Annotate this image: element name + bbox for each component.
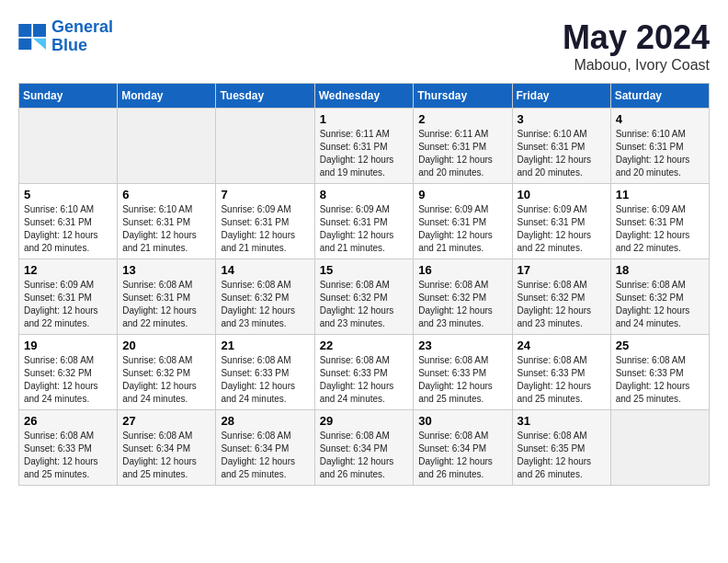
weekday-header: Monday [118, 84, 216, 109]
calendar-cell: 27Sunrise: 6:08 AMSunset: 6:34 PMDayligh… [118, 410, 216, 486]
calendar-cell [610, 410, 709, 486]
calendar-week-row: 19Sunrise: 6:08 AMSunset: 6:32 PMDayligh… [19, 335, 710, 410]
calendar-week-row: 12Sunrise: 6:09 AMSunset: 6:31 PMDayligh… [19, 259, 710, 335]
day-number: 15 [320, 263, 409, 277]
day-number: 10 [518, 188, 606, 201]
weekday-header: Tuesday [216, 84, 314, 109]
day-number: 7 [221, 188, 309, 201]
day-info: Sunrise: 6:08 AMSunset: 6:33 PMDaylight:… [518, 354, 606, 406]
day-info: Sunrise: 6:09 AMSunset: 6:31 PMDaylight:… [616, 203, 704, 255]
calendar-cell: 11Sunrise: 6:09 AMSunset: 6:31 PMDayligh… [610, 184, 709, 259]
day-number: 25 [616, 339, 704, 352]
day-info: Sunrise: 6:09 AMSunset: 6:31 PMDaylight:… [24, 279, 112, 330]
day-number: 1 [320, 112, 409, 126]
logo: General Blue [18, 18, 113, 55]
calendar-week-row: 1Sunrise: 6:11 AMSunset: 6:31 PMDaylight… [19, 109, 710, 184]
calendar-cell [118, 109, 216, 184]
svg-rect-1 [33, 24, 46, 37]
calendar-cell: 16Sunrise: 6:08 AMSunset: 6:32 PMDayligh… [414, 259, 512, 335]
day-number: 18 [616, 263, 704, 277]
day-info: Sunrise: 6:11 AMSunset: 6:31 PMDaylight:… [418, 128, 506, 179]
calendar-cell: 4Sunrise: 6:10 AMSunset: 6:31 PMDaylight… [610, 109, 709, 184]
calendar-week-row: 26Sunrise: 6:08 AMSunset: 6:33 PMDayligh… [19, 410, 710, 486]
title-section: May 2024 Mabouo, Ivory Coast [563, 18, 710, 74]
calendar-cell: 3Sunrise: 6:10 AMSunset: 6:31 PMDaylight… [512, 109, 610, 184]
day-number: 11 [616, 188, 704, 201]
day-info: Sunrise: 6:10 AMSunset: 6:31 PMDaylight:… [616, 128, 704, 179]
calendar-cell: 10Sunrise: 6:09 AMSunset: 6:31 PMDayligh… [512, 184, 610, 259]
day-number: 23 [418, 339, 506, 352]
day-number: 26 [24, 414, 112, 428]
day-number: 14 [221, 263, 309, 277]
calendar-cell: 19Sunrise: 6:08 AMSunset: 6:32 PMDayligh… [19, 335, 118, 410]
weekday-header-row: SundayMondayTuesdayWednesdayThursdayFrid… [19, 84, 710, 109]
calendar-cell [216, 109, 314, 184]
calendar-cell: 23Sunrise: 6:08 AMSunset: 6:33 PMDayligh… [414, 335, 512, 410]
day-info: Sunrise: 6:09 AMSunset: 6:31 PMDaylight:… [418, 203, 506, 255]
day-info: Sunrise: 6:11 AMSunset: 6:31 PMDaylight:… [320, 128, 409, 179]
day-info: Sunrise: 6:08 AMSunset: 6:34 PMDaylight:… [320, 430, 409, 481]
day-info: Sunrise: 6:09 AMSunset: 6:31 PMDaylight:… [518, 203, 606, 255]
calendar-table: SundayMondayTuesdayWednesdayThursdayFrid… [18, 83, 710, 486]
day-info: Sunrise: 6:08 AMSunset: 6:32 PMDaylight:… [418, 279, 506, 330]
svg-rect-0 [18, 24, 31, 37]
day-info: Sunrise: 6:08 AMSunset: 6:32 PMDaylight:… [122, 354, 210, 406]
calendar-cell: 6Sunrise: 6:10 AMSunset: 6:31 PMDaylight… [118, 184, 216, 259]
day-info: Sunrise: 6:09 AMSunset: 6:31 PMDaylight:… [320, 203, 409, 255]
day-info: Sunrise: 6:08 AMSunset: 6:33 PMDaylight:… [221, 354, 309, 406]
day-number: 17 [518, 263, 606, 277]
location-subtitle: Mabouo, Ivory Coast [563, 57, 710, 74]
calendar-cell: 7Sunrise: 6:09 AMSunset: 6:31 PMDaylight… [216, 184, 314, 259]
calendar-cell: 31Sunrise: 6:08 AMSunset: 6:35 PMDayligh… [512, 410, 610, 486]
weekday-header: Sunday [19, 84, 118, 109]
calendar-cell: 20Sunrise: 6:08 AMSunset: 6:32 PMDayligh… [118, 335, 216, 410]
calendar-cell: 5Sunrise: 6:10 AMSunset: 6:31 PMDaylight… [19, 184, 118, 259]
calendar-cell: 18Sunrise: 6:08 AMSunset: 6:32 PMDayligh… [610, 259, 709, 335]
day-number: 28 [221, 414, 309, 428]
day-info: Sunrise: 6:09 AMSunset: 6:31 PMDaylight:… [221, 203, 309, 255]
day-number: 24 [518, 339, 606, 352]
day-number: 29 [320, 414, 409, 428]
day-info: Sunrise: 6:08 AMSunset: 6:31 PMDaylight:… [122, 279, 210, 330]
day-info: Sunrise: 6:10 AMSunset: 6:31 PMDaylight:… [122, 203, 210, 255]
day-number: 3 [518, 112, 606, 126]
calendar-cell: 28Sunrise: 6:08 AMSunset: 6:34 PMDayligh… [216, 410, 314, 486]
day-number: 9 [418, 188, 506, 201]
calendar-cell: 9Sunrise: 6:09 AMSunset: 6:31 PMDaylight… [414, 184, 512, 259]
calendar-cell: 2Sunrise: 6:11 AMSunset: 6:31 PMDaylight… [414, 109, 512, 184]
calendar-cell: 8Sunrise: 6:09 AMSunset: 6:31 PMDaylight… [314, 184, 414, 259]
calendar-cell: 24Sunrise: 6:08 AMSunset: 6:33 PMDayligh… [512, 335, 610, 410]
page-header: General Blue May 2024 Mabouo, Ivory Coas… [18, 18, 710, 74]
weekday-header: Wednesday [314, 84, 414, 109]
weekday-header: Thursday [414, 84, 512, 109]
calendar-cell: 12Sunrise: 6:09 AMSunset: 6:31 PMDayligh… [19, 259, 118, 335]
weekday-header: Saturday [610, 84, 709, 109]
day-number: 8 [320, 188, 409, 201]
calendar-cell: 22Sunrise: 6:08 AMSunset: 6:33 PMDayligh… [314, 335, 414, 410]
calendar-cell: 21Sunrise: 6:08 AMSunset: 6:33 PMDayligh… [216, 335, 314, 410]
day-number: 6 [122, 188, 210, 201]
calendar-week-row: 5Sunrise: 6:10 AMSunset: 6:31 PMDaylight… [19, 184, 710, 259]
logo-icon [18, 24, 48, 50]
day-number: 16 [418, 263, 506, 277]
calendar-cell: 14Sunrise: 6:08 AMSunset: 6:32 PMDayligh… [216, 259, 314, 335]
svg-rect-2 [18, 39, 31, 50]
day-info: Sunrise: 6:08 AMSunset: 6:33 PMDaylight:… [616, 354, 704, 406]
svg-marker-3 [33, 39, 46, 50]
day-number: 20 [122, 339, 210, 352]
day-info: Sunrise: 6:08 AMSunset: 6:32 PMDaylight:… [616, 279, 704, 330]
logo-text: General Blue [51, 18, 113, 55]
month-year-title: May 2024 [563, 18, 710, 57]
day-number: 2 [418, 112, 506, 126]
day-info: Sunrise: 6:08 AMSunset: 6:32 PMDaylight:… [518, 279, 606, 330]
day-info: Sunrise: 6:08 AMSunset: 6:33 PMDaylight:… [418, 354, 506, 406]
calendar-cell: 26Sunrise: 6:08 AMSunset: 6:33 PMDayligh… [19, 410, 118, 486]
day-info: Sunrise: 6:08 AMSunset: 6:33 PMDaylight:… [320, 354, 409, 406]
day-info: Sunrise: 6:08 AMSunset: 6:34 PMDaylight:… [221, 430, 309, 481]
calendar-cell: 25Sunrise: 6:08 AMSunset: 6:33 PMDayligh… [610, 335, 709, 410]
day-number: 31 [518, 414, 606, 428]
day-info: Sunrise: 6:10 AMSunset: 6:31 PMDaylight:… [24, 203, 112, 255]
calendar-cell [19, 109, 118, 184]
day-info: Sunrise: 6:08 AMSunset: 6:35 PMDaylight:… [518, 430, 606, 481]
day-number: 27 [122, 414, 210, 428]
